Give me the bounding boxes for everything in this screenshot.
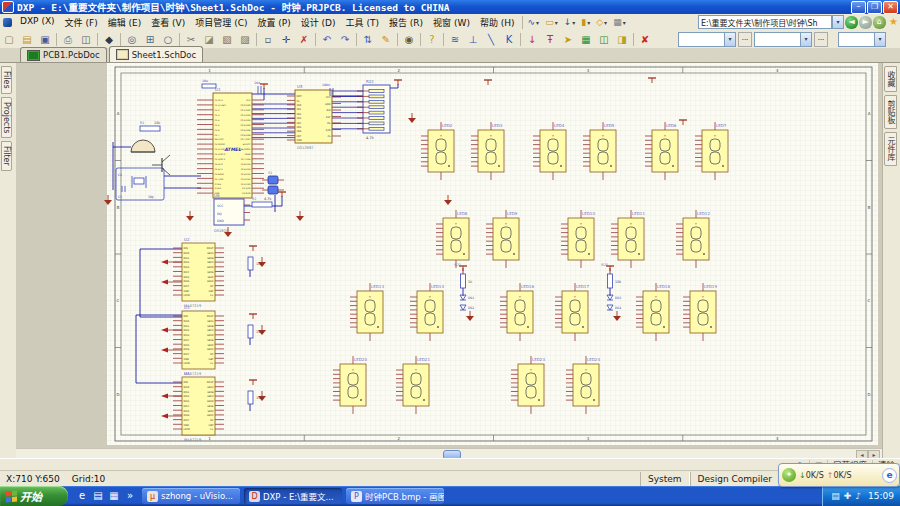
place-sheet-symbol-button[interactable]: ▦ [577, 31, 595, 48]
menu-item-7[interactable]: 工具 (T) [341, 16, 384, 29]
document-path-combo[interactable]: E:\重要文件夹\制作项目\时钟\Sh [698, 15, 832, 29]
design-compiler-panel-button[interactable]: Design Compiler [690, 472, 780, 486]
task-button-1[interactable]: DDXP - E:\重要文... [244, 488, 342, 504]
scale-combo[interactable]: ▾ [838, 32, 886, 47]
svg-text:DIG0: DIG0 [184, 320, 190, 323]
wiring-tools-button[interactable]: ∿▾ [526, 16, 542, 28]
select-area-button[interactable]: ▫ [259, 31, 277, 48]
zoom-fit-button[interactable]: ○ [159, 31, 177, 48]
place-gnd-port-button[interactable]: ↓ [523, 31, 541, 48]
chevron-down-icon: ▾ [623, 19, 626, 26]
redo-button[interactable]: ↷ [336, 31, 354, 48]
menu-item-4[interactable]: 项目管理 (C) [190, 16, 252, 29]
device-view-button[interactable]: ◆ [100, 31, 118, 48]
grid-tools-button[interactable]: ▦▾ [611, 16, 628, 28]
forward-button[interactable]: ► [859, 16, 872, 29]
document-tab-sheet1.schdoc[interactable]: Sheet1.SchDoc [109, 46, 204, 62]
filter-help-button[interactable]: ? [423, 31, 441, 48]
zoom-window-button[interactable]: ◎ [123, 31, 141, 48]
favorites-button[interactable]: ★ [887, 16, 900, 29]
left-panel-tab-projects[interactable]: Projects [1, 97, 12, 139]
place-vcc-port-button[interactable]: Ŧ [541, 31, 559, 48]
schematic-canvas[interactable]: 11223344AABBCCDD+LED2+LED3+LED4+LED5+LED… [16, 63, 882, 448]
open-document-button[interactable]: ▤ [18, 31, 36, 48]
place-wire-button[interactable]: ≋ [446, 31, 464, 48]
volume-tray-icon[interactable]: ♪ [855, 491, 861, 501]
place-line-button[interactable]: ╲ [482, 31, 500, 48]
annotate-button[interactable]: ✎ [377, 31, 395, 48]
right-panel-tab-0[interactable]: 收藏 [884, 66, 897, 92]
menu-item-1[interactable]: 文件 (F) [60, 16, 103, 29]
ime-tray-icon[interactable]: ▤ [831, 491, 840, 501]
place-sheet-entry-button[interactable]: ◫ [595, 31, 613, 48]
clear-selection-button[interactable]: ✗ [295, 31, 313, 48]
menu-item-6[interactable]: 设计 (D) [296, 16, 341, 29]
place-bus-button[interactable]: ⊥ [464, 31, 482, 48]
quicklaunch-overflow[interactable]: » [123, 489, 137, 503]
menu-item-8[interactable]: 报告 (R) [384, 16, 428, 29]
menu-item-3[interactable]: 查看 (V) [146, 16, 190, 29]
restore-button[interactable]: ❐ [867, 1, 882, 14]
zoom-area-button[interactable]: ⊞ [141, 31, 159, 48]
cut-button[interactable]: ✂ [182, 31, 200, 48]
system-panel-button[interactable]: System [640, 472, 690, 486]
paste-button[interactable]: ▧ [218, 31, 236, 48]
save-document-button[interactable]: ▣ [36, 31, 54, 48]
left-panel-tab-files[interactable]: Files [1, 66, 12, 94]
task-button-0[interactable]: μszhong - uVisio... [142, 488, 240, 504]
menu-item-5[interactable]: 放置 (P) [252, 16, 295, 29]
svg-text:C: C [117, 298, 120, 303]
browse-button-1[interactable]: ... [738, 32, 752, 47]
net-speed-widget[interactable]: ✦ ↓ 0K/S ↑ 0K/S e [778, 463, 900, 487]
schematic-sheet[interactable]: 11223344AABBCCDD+LED2+LED3+LED4+LED5+LED… [16, 63, 882, 448]
svg-text:DIG1: DIG1 [184, 325, 190, 328]
filter-combo-2[interactable]: ▾ [754, 32, 812, 47]
close-button[interactable]: ✕ [883, 1, 898, 14]
place-net-label-button[interactable]: K [500, 31, 518, 48]
right-panel-tab-2[interactable]: 元件库 [884, 132, 897, 166]
symbol-tools-button[interactable]: ◇▾ [594, 16, 609, 28]
place-text-button[interactable]: ◨ [613, 31, 631, 48]
browser-icon[interactable]: e [882, 468, 897, 483]
new-document-button[interactable]: ▢ [0, 31, 18, 48]
rubber-stamp-button[interactable]: ▨ [236, 31, 254, 48]
desktop-quicklaunch[interactable]: ▤ [91, 489, 105, 503]
svg-text:P3.2/INT0: P3.2/INT0 [215, 153, 226, 156]
power-ports-button[interactable]: ↓▾ [562, 16, 578, 28]
svg-text:DS1: DS1 [468, 296, 474, 300]
right-panel-tab-1[interactable]: 剪贴板 [884, 95, 897, 129]
browse-button-2[interactable]: ... [814, 32, 828, 47]
start-button[interactable]: 开始 [0, 486, 68, 506]
drawing-tools-button[interactable]: ▭▾ [543, 16, 560, 28]
document-tab-pcb1.pcbdoc[interactable]: PCB1.PcbDoc [20, 47, 107, 62]
filter-combo-1[interactable]: ▾ [678, 32, 736, 47]
right-panel-strip: 收藏剪贴板元件库 [882, 63, 900, 458]
svg-text:P0.3/AD3: P0.3/AD3 [240, 119, 251, 122]
pin-tools-button[interactable]: ▮▾ [579, 16, 592, 28]
left-panel-tab-filter[interactable]: Filter [1, 141, 12, 171]
print-button[interactable]: ⎙ [59, 31, 77, 48]
copy-button[interactable]: ◪ [200, 31, 218, 48]
undo-button[interactable]: ↶ [318, 31, 336, 48]
svg-text:SEGG: SEGG [207, 414, 214, 417]
task-button-2[interactable]: P时钟PCB.bmp - 画图 [346, 488, 444, 504]
find-similar-button[interactable]: ◉ [400, 31, 418, 48]
menu-item-10[interactable]: 帮助 (H) [475, 16, 520, 29]
menu-item-0[interactable]: DXP (X) [15, 16, 60, 29]
home-button[interactable]: ⌂ [873, 16, 886, 29]
place-part-button[interactable]: ➤ [559, 31, 577, 48]
minimize-button[interactable]: – [851, 1, 866, 14]
menu-item-9[interactable]: 视窗 (W) [428, 16, 475, 29]
menu-item-2[interactable]: 编辑 (E) [103, 16, 147, 29]
media-quicklaunch[interactable]: ▦ [107, 489, 121, 503]
print-preview-button[interactable]: ◫ [77, 31, 95, 48]
document-path-dropdown[interactable]: ▾ [832, 15, 844, 29]
move-selection-button[interactable]: ✛ [277, 31, 295, 48]
ie-quicklaunch[interactable]: e [75, 489, 89, 503]
title-bar[interactable]: DXP - E:\重要文件夹\制作项目\时钟\Sheet1.SchDoc - 时… [0, 0, 900, 14]
back-button[interactable]: ◄ [845, 16, 858, 29]
cross-probe-button[interactable]: ⇅ [359, 31, 377, 48]
update-tray-icon[interactable]: ✚ [844, 491, 852, 501]
svg-text:R20: R20 [601, 263, 608, 267]
delete-button[interactable]: ✘ [636, 31, 654, 48]
